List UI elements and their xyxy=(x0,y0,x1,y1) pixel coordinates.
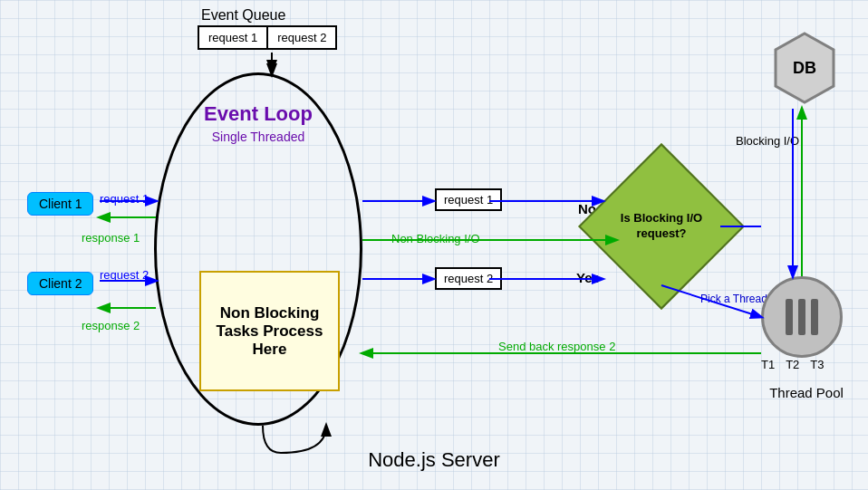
thread-bar-1 xyxy=(786,299,793,335)
thread-pool-label: Thread Pool xyxy=(761,385,852,400)
thread-labels: T1 T2 T3 xyxy=(761,358,825,371)
request2-label: request 2 xyxy=(100,268,149,282)
pick-thread-label: Pick a Thread xyxy=(700,293,767,305)
client1-box: Client 1 xyxy=(27,192,93,216)
event-queue-label: Event Queue xyxy=(201,7,285,24)
t2-label: T2 xyxy=(786,358,799,371)
nonblocking-io-label: Non Blocking I/O xyxy=(391,232,480,245)
req-box1: request 1 xyxy=(435,188,502,211)
request1-label: request 1 xyxy=(100,192,149,206)
response1-label: response 1 xyxy=(82,231,140,245)
thread-pool-circle xyxy=(761,276,843,358)
yes-label: Yes xyxy=(576,270,600,285)
event-loop-title: Event Loop xyxy=(204,102,313,126)
diamond-text: Is Blocking I/O request? xyxy=(603,168,720,285)
diamond-container: Is Blocking I/O request? xyxy=(603,168,720,285)
req-box2: request 2 xyxy=(435,267,502,290)
response2-label: response 2 xyxy=(82,319,140,332)
eq-request2: request 2 xyxy=(268,27,335,48)
event-loop-subtitle: Single Threaded xyxy=(212,130,304,144)
t1-label: T1 xyxy=(761,358,775,371)
db-label: DB xyxy=(768,32,841,104)
client2-box: Client 2 xyxy=(27,272,93,295)
event-queue-box: request 1 request 2 xyxy=(198,25,337,50)
nodejs-server-label: Node.js Server xyxy=(0,448,868,472)
thread-bar-3 xyxy=(811,299,818,335)
t3-label: T3 xyxy=(810,358,824,371)
diagram-container: Event Queue request 1 request 2 Event Lo… xyxy=(0,0,868,490)
eq-request1: request 1 xyxy=(199,27,268,48)
blocking-io-label: Blocking I/O xyxy=(736,134,799,149)
thread-bar-2 xyxy=(798,299,805,335)
nb-tasks-box: Non Blocking Tasks Process Here xyxy=(199,271,340,391)
send-back-label: Send back response 2 xyxy=(498,340,615,353)
